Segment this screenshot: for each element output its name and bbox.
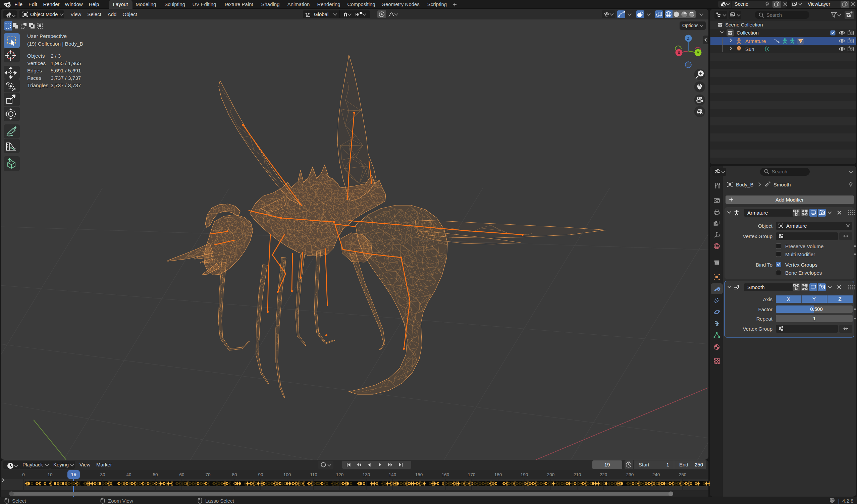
svg-text:Select: Select <box>12 498 27 504</box>
svg-text:Lasso Select: Lasso Select <box>205 498 234 504</box>
svg-text:4.2.8: 4.2.8 <box>842 498 853 504</box>
svg-text:Zoom View: Zoom View <box>108 498 133 504</box>
svg-text:|: | <box>838 498 840 504</box>
